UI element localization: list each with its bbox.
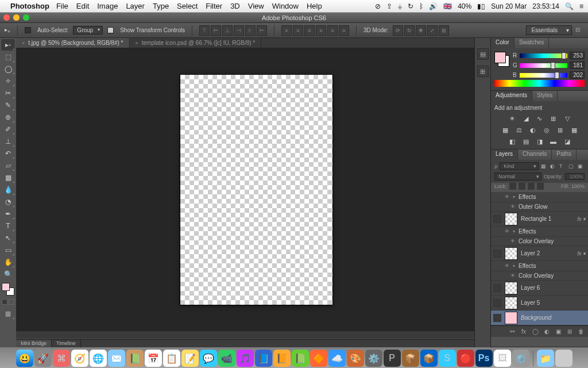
dist-icon[interactable]: ≡ bbox=[339, 25, 349, 36]
align-right-icon[interactable]: ⊢ bbox=[257, 25, 267, 36]
layer-effects-row[interactable]: 👁▾Effects bbox=[491, 227, 588, 237]
horizontal-scrollbar[interactable] bbox=[16, 331, 474, 338]
eraser-tool[interactable]: ▱ bbox=[1, 160, 15, 171]
invert-icon[interactable]: ◧ bbox=[507, 137, 517, 145]
3d-icon[interactable]: ⊞ bbox=[439, 25, 449, 36]
brush-tool[interactable]: ✐ bbox=[1, 124, 15, 135]
balance-icon[interactable]: ⚖ bbox=[514, 126, 524, 134]
dock-app[interactable]: 📦 bbox=[402, 350, 419, 367]
selective-color-icon[interactable]: ◪ bbox=[562, 137, 572, 145]
dock-messages[interactable]: 💬 bbox=[200, 350, 217, 367]
channel-mixer-icon[interactable]: ⊞ bbox=[555, 126, 566, 134]
autoselect-dropdown[interactable]: Group bbox=[73, 26, 103, 34]
menu-select[interactable]: Select bbox=[177, 2, 198, 10]
layer-effect-item[interactable]: 👁Color Overlay bbox=[491, 271, 588, 281]
lasso-tool[interactable]: ◯ bbox=[1, 63, 15, 75]
vibrance-icon[interactable]: ▽ bbox=[562, 114, 572, 122]
menu-file[interactable]: File bbox=[56, 2, 68, 10]
eyedropper-tool[interactable]: ✎ bbox=[1, 99, 15, 111]
r-value[interactable]: 253 bbox=[570, 52, 585, 59]
3d-icon[interactable]: ✥ bbox=[416, 25, 426, 36]
layer-row[interactable]: Layer 6 bbox=[491, 281, 588, 296]
align-left-icon[interactable]: ⊣ bbox=[234, 25, 244, 36]
menu-image[interactable]: Image bbox=[97, 2, 118, 10]
dock-app[interactable]: 📘 bbox=[255, 350, 272, 367]
app-name[interactable]: Photoshop bbox=[10, 2, 49, 10]
filter-pixel-icon[interactable]: ▦ bbox=[541, 163, 548, 169]
eye-icon[interactable]: 👁 bbox=[510, 204, 515, 209]
dock-vbox[interactable]: 📦 bbox=[420, 350, 438, 367]
workspace-dropdown[interactable]: Essentials bbox=[526, 25, 572, 35]
stamp-tool[interactable]: ⊥ bbox=[1, 136, 15, 147]
layer-thumbnail[interactable] bbox=[505, 282, 517, 294]
align-vcenter-icon[interactable]: ⊢ bbox=[211, 25, 221, 36]
tab-color[interactable]: Color bbox=[491, 38, 514, 48]
3d-icon[interactable]: ⤢ bbox=[427, 25, 438, 36]
blur-tool[interactable]: 💧 bbox=[1, 184, 15, 195]
dock-folder[interactable]: 📁 bbox=[537, 350, 554, 367]
blend-mode-dropdown[interactable]: Normal bbox=[494, 172, 541, 181]
document-canvas[interactable] bbox=[180, 75, 332, 305]
tab-timeline[interactable]: Timeline bbox=[52, 340, 81, 347]
layer-row[interactable]: Layer 5 bbox=[491, 296, 588, 310]
menu-filter[interactable]: Filter bbox=[206, 2, 222, 10]
move-tool[interactable]: ▸+ bbox=[1, 39, 15, 51]
collapse-panels-icon[interactable]: ⊟ bbox=[575, 26, 583, 34]
menu-edit[interactable]: Edit bbox=[76, 2, 89, 10]
dock-preview[interactable]: 🖼 bbox=[494, 350, 511, 367]
date[interactable]: Sun 20 Mar bbox=[491, 2, 527, 10]
layer-effects-row[interactable]: 👁▾Effects bbox=[491, 192, 588, 202]
wand-tool[interactable]: ✧ bbox=[1, 75, 15, 87]
align-hcenter-icon[interactable]: ⊦ bbox=[245, 25, 256, 36]
dock-reminders[interactable]: 📋 bbox=[163, 350, 180, 367]
pen-tool[interactable]: ✒ bbox=[1, 208, 15, 220]
history-brush-tool[interactable]: ↶ bbox=[1, 148, 15, 159]
levels-icon[interactable]: ◢ bbox=[521, 114, 531, 122]
brightness-icon[interactable]: ☀ bbox=[507, 114, 517, 122]
dock-safari[interactable]: 🧭 bbox=[71, 350, 88, 367]
dock-app[interactable]: 🎨 bbox=[347, 350, 364, 367]
screen-mode[interactable]: ⊞ bbox=[1, 308, 15, 320]
color-ramp[interactable] bbox=[494, 80, 585, 87]
properties-panel-icon[interactable]: ⊞ bbox=[477, 66, 489, 77]
new-layer-icon[interactable]: ⊞ bbox=[565, 328, 574, 336]
filter-shape-icon[interactable]: ▢ bbox=[568, 163, 575, 169]
dock-skype[interactable]: S bbox=[439, 350, 456, 367]
dock-launchpad[interactable]: 🚀 bbox=[34, 350, 52, 367]
dock-app[interactable]: ⚙️ bbox=[365, 350, 382, 367]
dock-photoshop[interactable]: Ps bbox=[475, 350, 493, 367]
dist-icon[interactable]: ≡ bbox=[316, 25, 326, 36]
tab-paths[interactable]: Paths bbox=[552, 150, 577, 160]
status-icon[interactable]: ⊘ bbox=[375, 2, 381, 10]
layer-effects-row[interactable]: 👁▾Effects bbox=[491, 261, 588, 271]
zoom-tool[interactable]: 🔍 bbox=[1, 269, 15, 280]
lock-all-icon[interactable] bbox=[537, 183, 544, 190]
filter-smart-icon[interactable]: ▣ bbox=[578, 163, 585, 169]
type-tool[interactable]: T bbox=[1, 220, 15, 232]
eye-icon[interactable]: 👁 bbox=[510, 273, 515, 278]
opacity-input[interactable]: 100% bbox=[565, 173, 585, 180]
dock-calendar[interactable]: 📅 bbox=[145, 350, 162, 367]
dock-contacts[interactable]: 📗 bbox=[126, 350, 144, 367]
fx-icon[interactable]: fx bbox=[519, 328, 528, 336]
dropbox-icon[interactable]: ⇪ bbox=[386, 2, 392, 10]
flag-icon[interactable]: 🇬🇧 bbox=[443, 2, 452, 10]
dock-app[interactable]: ⌘ bbox=[53, 350, 70, 367]
photo-filter-icon[interactable]: ◎ bbox=[541, 126, 552, 134]
volume-icon[interactable]: 🔊 bbox=[429, 2, 438, 10]
hand-tool[interactable]: ✋ bbox=[1, 256, 15, 268]
visibility-toggle[interactable] bbox=[493, 215, 501, 223]
battery-percent[interactable]: 40% bbox=[458, 2, 471, 10]
dist-icon[interactable]: ≡ bbox=[293, 25, 303, 36]
lock-transparency-icon[interactable] bbox=[509, 183, 516, 190]
dist-icon[interactable]: ≡ bbox=[304, 25, 315, 36]
dist-icon[interactable]: ≡ bbox=[327, 25, 338, 36]
layer-thumbnail[interactable] bbox=[505, 247, 517, 260]
notifications-icon[interactable]: ≡ bbox=[579, 2, 583, 10]
layer-thumbnail[interactable] bbox=[505, 312, 517, 324]
autoselect-checkbox[interactable] bbox=[25, 27, 31, 33]
tab-minibridge[interactable]: Mini Bridge bbox=[16, 340, 52, 347]
tab-layers[interactable]: Layers bbox=[491, 150, 518, 160]
link-layers-icon[interactable]: ⚯ bbox=[508, 328, 517, 336]
color-picker[interactable] bbox=[2, 283, 14, 296]
